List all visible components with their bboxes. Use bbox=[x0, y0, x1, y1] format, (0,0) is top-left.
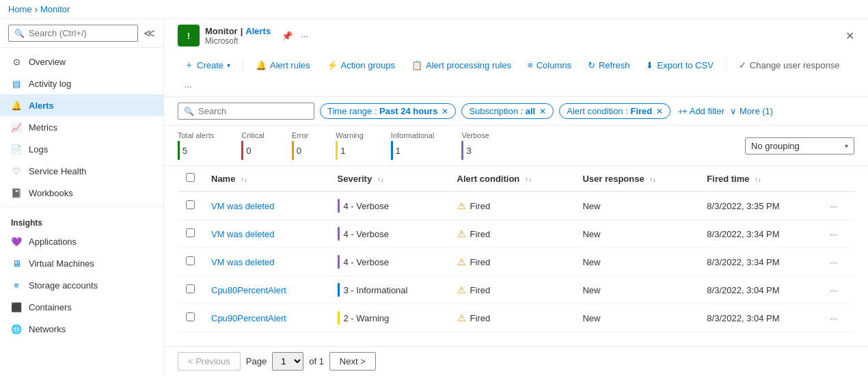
row-more-button[interactable]: ··· bbox=[830, 257, 837, 267]
sidebar-item-containers[interactable]: ⬛ Containers bbox=[0, 296, 163, 318]
breadcrumb-home[interactable]: Home bbox=[8, 4, 32, 14]
action-groups-button[interactable]: ⚡ Action groups bbox=[320, 57, 403, 73]
time-range-remove-icon[interactable]: ✕ bbox=[442, 107, 448, 116]
subscription-remove-icon[interactable]: ✕ bbox=[539, 107, 546, 116]
severity-bar bbox=[338, 311, 340, 325]
sidebar-item-logs[interactable]: 📄 Logs bbox=[0, 138, 163, 160]
overview-icon: ⊙ bbox=[11, 56, 22, 67]
severity-sort-icon[interactable]: ↑↓ bbox=[377, 176, 384, 183]
critical-label: Critical bbox=[241, 131, 265, 139]
critical-value: 0 bbox=[241, 141, 265, 160]
next-page-button[interactable]: Next > bbox=[329, 352, 376, 371]
name-sort-icon[interactable]: ↑↓ bbox=[241, 176, 247, 183]
row-user-response-cell: New bbox=[574, 191, 699, 220]
sidebar-item-virtual-machines[interactable]: 🖥 Virtual Machines bbox=[0, 252, 163, 274]
sidebar-item-service-health[interactable]: ♡ Service Health bbox=[0, 160, 163, 182]
name-column-header[interactable]: Name ↑↓ bbox=[203, 166, 329, 191]
row-severity-cell: 2 - Warning bbox=[329, 304, 449, 332]
alert-name-link[interactable]: VM was deleted bbox=[211, 257, 275, 267]
alert-condition-column-header[interactable]: Alert condition ↑↓ bbox=[449, 166, 575, 191]
row-checkbox[interactable] bbox=[186, 312, 195, 321]
previous-page-button[interactable]: < Previous bbox=[178, 352, 241, 371]
total-alerts-label: Total alerts bbox=[178, 131, 214, 139]
severity-value: 4 - Verbose bbox=[344, 201, 390, 211]
sidebar-item-overview[interactable]: ⊙ Overview bbox=[0, 51, 163, 72]
create-button[interactable]: ＋ Create ▾ bbox=[178, 56, 237, 74]
sidebar-item-metrics[interactable]: 📈 Metrics bbox=[0, 116, 163, 138]
critical-number: 0 bbox=[246, 146, 251, 156]
verbose-bar bbox=[461, 141, 463, 160]
alert-condition-label: Alert condition : Fired bbox=[567, 106, 652, 116]
more-dots-icon[interactable]: ··· bbox=[301, 31, 308, 41]
alert-name-link[interactable]: VM was deleted bbox=[211, 201, 275, 211]
user-response-sort-icon[interactable]: ↑↓ bbox=[649, 176, 656, 183]
alert-name-link[interactable]: Cpu90PercentAlert bbox=[211, 313, 286, 323]
severity-column-header[interactable]: Severity ↑↓ bbox=[329, 166, 449, 191]
alert-name-link[interactable]: Cpu80PercentAlert bbox=[211, 285, 286, 295]
total-alerts-summary: Total alerts 5 bbox=[178, 131, 214, 160]
row-checkbox-cell bbox=[178, 304, 203, 332]
close-icon[interactable]: ✕ bbox=[845, 29, 854, 42]
user-response-column-header[interactable]: User response ↑↓ bbox=[574, 166, 699, 191]
sidebar-item-networks[interactable]: 🌐 Networks bbox=[0, 318, 163, 340]
storage-accounts-icon: ≡ bbox=[11, 280, 22, 291]
add-filter-button[interactable]: ＋ + Add filter bbox=[676, 105, 724, 118]
breadcrumb-monitor[interactable]: Monitor bbox=[40, 4, 70, 14]
containers-icon: ⬛ bbox=[11, 301, 22, 312]
refresh-button[interactable]: ↻ Refresh bbox=[581, 57, 637, 73]
alert-condition-filter-chip[interactable]: Alert condition : Fired ✕ bbox=[559, 103, 670, 119]
row-more-button[interactable]: ··· bbox=[830, 285, 837, 295]
alert-condition-sort-icon[interactable]: ↑↓ bbox=[525, 176, 532, 183]
page-title-main: Monitor | Alerts bbox=[205, 26, 271, 36]
metrics-icon: 📈 bbox=[11, 122, 22, 133]
row-more-button[interactable]: ··· bbox=[830, 313, 837, 323]
severity-bar bbox=[338, 283, 340, 297]
informational-number: 1 bbox=[396, 146, 401, 156]
fired-time-column-header[interactable]: Fired time ↑↓ bbox=[699, 166, 822, 191]
row-alert-condition-cell: ⚠ Fired bbox=[449, 276, 575, 304]
severity-value: 4 - Verbose bbox=[344, 257, 390, 267]
table-row: Cpu90PercentAlert 2 - Warning ⚠ Fired Ne… bbox=[178, 304, 854, 332]
row-user-response-cell: New bbox=[574, 248, 699, 276]
sidebar-item-storage-accounts[interactable]: ≡ Storage accounts bbox=[0, 274, 163, 296]
sidebar-search-box[interactable]: 🔍 bbox=[8, 25, 138, 42]
pin-icon[interactable]: 📌 bbox=[282, 31, 293, 41]
severity-value: 3 - Informational bbox=[344, 285, 408, 295]
alert-processing-rules-button[interactable]: 📋 Alert processing rules bbox=[405, 57, 518, 73]
select-all-checkbox[interactable] bbox=[186, 173, 195, 182]
more-filters-button[interactable]: ∨ More (1) bbox=[730, 106, 773, 116]
row-checkbox[interactable] bbox=[186, 228, 195, 237]
columns-button[interactable]: ≡ Columns bbox=[521, 57, 578, 73]
sidebar-item-workbooks[interactable]: 📓 Workbooks bbox=[0, 182, 163, 204]
user-response-value: New bbox=[582, 201, 600, 211]
sidebar-item-alerts[interactable]: 🔔 Alerts bbox=[0, 94, 163, 116]
row-more-button[interactable]: ··· bbox=[830, 201, 837, 211]
grouping-select[interactable]: No grouping ▾ bbox=[745, 137, 854, 155]
row-checkbox[interactable] bbox=[186, 256, 195, 265]
sidebar-search-input[interactable] bbox=[29, 28, 132, 38]
change-user-response-button[interactable]: ✓ Change user response bbox=[732, 57, 847, 73]
export-csv-button[interactable]: ⬇ Export to CSV bbox=[639, 57, 720, 73]
alert-name-link[interactable]: VM was deleted bbox=[211, 229, 275, 239]
alert-rules-button[interactable]: 🔔 Alert rules bbox=[249, 57, 317, 73]
sidebar-item-activity-log[interactable]: ▤ Activity log bbox=[0, 72, 163, 94]
alert-condition-remove-icon[interactable]: ✕ bbox=[656, 107, 663, 116]
fired-time-sort-icon[interactable]: ↑↓ bbox=[755, 176, 761, 183]
row-severity-cell: 4 - Verbose bbox=[329, 220, 449, 248]
row-more-button[interactable]: ··· bbox=[830, 229, 837, 239]
row-actions-cell: ··· bbox=[822, 304, 854, 332]
time-range-filter-chip[interactable]: Time range : Past 24 hours ✕ bbox=[320, 103, 456, 119]
row-user-response-cell: New bbox=[574, 220, 699, 248]
sidebar-collapse-button[interactable]: ≪ bbox=[144, 27, 155, 40]
page-select[interactable]: 1 bbox=[272, 352, 303, 371]
row-checkbox[interactable] bbox=[186, 200, 195, 209]
sidebar-item-applications[interactable]: 💜 Applications bbox=[0, 230, 163, 252]
pagination: < Previous Page 1 of 1 Next > bbox=[164, 346, 868, 376]
row-checkbox[interactable] bbox=[186, 284, 195, 293]
more-toolbar-button[interactable]: ... bbox=[178, 77, 199, 92]
filter-search-input[interactable] bbox=[198, 106, 313, 116]
subscription-filter-chip[interactable]: Subscription : all ✕ bbox=[461, 103, 554, 119]
toolbar-separator bbox=[243, 58, 243, 72]
alert-condition-icon: ⚠ bbox=[457, 312, 466, 323]
filter-search-box[interactable]: 🔍 bbox=[178, 103, 314, 120]
